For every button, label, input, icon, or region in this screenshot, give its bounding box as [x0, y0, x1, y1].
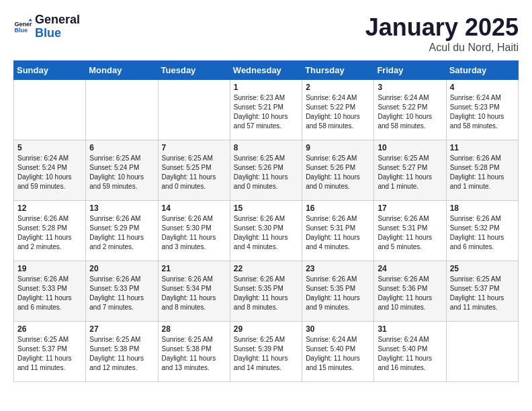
day-content-25: Sunrise: 6:25 AM Sunset: 5:37 PM Dayligh…	[450, 275, 515, 312]
week-row-4: 19Sunrise: 6:26 AM Sunset: 5:33 PM Dayli…	[14, 261, 519, 322]
day-number-16: 16	[306, 203, 370, 213]
day-cell-4: 4Sunrise: 6:24 AM Sunset: 5:23 PM Daylig…	[446, 80, 518, 140]
day-content-6: Sunrise: 6:25 AM Sunset: 5:24 PM Dayligh…	[89, 154, 154, 191]
day-number-29: 29	[234, 324, 298, 334]
header-sunday: Sunday	[14, 61, 86, 80]
day-content-28: Sunrise: 6:25 AM Sunset: 5:38 PM Dayligh…	[162, 335, 226, 373]
title-block: January 2025 Acul du Nord, Haiti	[365, 13, 519, 54]
empty-cell-0-0	[14, 80, 86, 140]
day-content-13: Sunrise: 6:26 AM Sunset: 5:29 PM Dayligh…	[89, 214, 154, 252]
week-row-5: 26Sunrise: 6:25 AM Sunset: 5:37 PM Dayli…	[14, 322, 519, 382]
day-number-21: 21	[162, 264, 226, 273]
logo-icon: General Blue	[13, 17, 32, 36]
day-cell-21: 21Sunrise: 6:26 AM Sunset: 5:34 PM Dayli…	[158, 261, 230, 322]
day-content-5: Sunrise: 6:24 AM Sunset: 5:24 PM Dayligh…	[17, 154, 82, 191]
logo-line2: Blue	[35, 27, 80, 40]
svg-text:Blue: Blue	[14, 27, 28, 34]
day-content-27: Sunrise: 6:25 AM Sunset: 5:38 PM Dayligh…	[89, 335, 154, 373]
day-content-10: Sunrise: 6:25 AM Sunset: 5:27 PM Dayligh…	[378, 154, 442, 191]
day-content-7: Sunrise: 6:25 AM Sunset: 5:25 PM Dayligh…	[162, 154, 226, 191]
day-number-13: 13	[89, 203, 154, 213]
day-number-4: 4	[450, 83, 515, 92]
day-cell-16: 16Sunrise: 6:26 AM Sunset: 5:31 PM Dayli…	[302, 201, 374, 261]
day-number-8: 8	[234, 143, 298, 152]
header-saturday: Saturday	[446, 61, 518, 80]
day-cell-31: 31Sunrise: 6:24 AM Sunset: 5:40 PM Dayli…	[374, 322, 446, 382]
day-cell-27: 27Sunrise: 6:25 AM Sunset: 5:38 PM Dayli…	[86, 322, 158, 382]
day-cell-15: 15Sunrise: 6:26 AM Sunset: 5:30 PM Dayli…	[230, 201, 302, 261]
day-number-11: 11	[450, 143, 515, 152]
calendar-table: SundayMondayTuesdayWednesdayThursdayFrid…	[13, 60, 519, 382]
empty-cell-0-1	[86, 80, 158, 140]
day-content-4: Sunrise: 6:24 AM Sunset: 5:23 PM Dayligh…	[450, 93, 515, 131]
day-number-22: 22	[234, 264, 298, 273]
calendar-subtitle: Acul du Nord, Haiti	[365, 42, 519, 54]
day-cell-29: 29Sunrise: 6:25 AM Sunset: 5:39 PM Dayli…	[230, 322, 302, 382]
day-content-17: Sunrise: 6:26 AM Sunset: 5:31 PM Dayligh…	[378, 214, 442, 252]
day-number-31: 31	[378, 324, 442, 334]
day-content-11: Sunrise: 6:26 AM Sunset: 5:28 PM Dayligh…	[450, 154, 515, 191]
empty-cell-4-6	[446, 322, 518, 382]
day-content-16: Sunrise: 6:26 AM Sunset: 5:31 PM Dayligh…	[306, 214, 370, 252]
day-cell-13: 13Sunrise: 6:26 AM Sunset: 5:29 PM Dayli…	[86, 201, 158, 261]
day-number-26: 26	[17, 324, 82, 334]
day-number-6: 6	[89, 143, 154, 152]
day-number-3: 3	[378, 83, 442, 92]
header-tuesday: Tuesday	[158, 61, 230, 80]
logo: General Blue General Blue	[13, 13, 80, 40]
header-friday: Friday	[374, 61, 446, 80]
day-number-18: 18	[450, 203, 515, 213]
svg-marker-2	[28, 18, 32, 21]
day-content-1: Sunrise: 6:23 AM Sunset: 5:21 PM Dayligh…	[234, 93, 298, 131]
day-cell-3: 3Sunrise: 6:24 AM Sunset: 5:22 PM Daylig…	[374, 80, 446, 140]
day-content-23: Sunrise: 6:26 AM Sunset: 5:35 PM Dayligh…	[306, 275, 370, 312]
day-cell-7: 7Sunrise: 6:25 AM Sunset: 5:25 PM Daylig…	[158, 140, 230, 201]
day-content-9: Sunrise: 6:25 AM Sunset: 5:26 PM Dayligh…	[306, 154, 370, 191]
day-cell-28: 28Sunrise: 6:25 AM Sunset: 5:38 PM Dayli…	[158, 322, 230, 382]
day-number-24: 24	[378, 264, 442, 273]
day-content-12: Sunrise: 6:26 AM Sunset: 5:28 PM Dayligh…	[17, 214, 82, 252]
day-cell-11: 11Sunrise: 6:26 AM Sunset: 5:28 PM Dayli…	[446, 140, 518, 201]
day-cell-30: 30Sunrise: 6:24 AM Sunset: 5:40 PM Dayli…	[302, 322, 374, 382]
day-content-3: Sunrise: 6:24 AM Sunset: 5:22 PM Dayligh…	[378, 93, 442, 131]
header-monday: Monday	[86, 61, 158, 80]
day-cell-8: 8Sunrise: 6:25 AM Sunset: 5:26 PM Daylig…	[230, 140, 302, 201]
day-number-15: 15	[234, 203, 298, 213]
day-number-5: 5	[17, 143, 82, 152]
day-number-9: 9	[306, 143, 370, 152]
day-number-19: 19	[17, 264, 82, 273]
day-cell-9: 9Sunrise: 6:25 AM Sunset: 5:26 PM Daylig…	[302, 140, 374, 201]
day-content-21: Sunrise: 6:26 AM Sunset: 5:34 PM Dayligh…	[162, 275, 226, 312]
day-content-14: Sunrise: 6:26 AM Sunset: 5:30 PM Dayligh…	[162, 214, 226, 252]
day-content-8: Sunrise: 6:25 AM Sunset: 5:26 PM Dayligh…	[234, 154, 298, 191]
day-number-17: 17	[378, 203, 442, 213]
day-number-30: 30	[306, 324, 370, 334]
day-cell-14: 14Sunrise: 6:26 AM Sunset: 5:30 PM Dayli…	[158, 201, 230, 261]
header-wednesday: Wednesday	[230, 61, 302, 80]
day-cell-18: 18Sunrise: 6:26 AM Sunset: 5:32 PM Dayli…	[446, 201, 518, 261]
day-number-10: 10	[378, 143, 442, 152]
day-cell-12: 12Sunrise: 6:26 AM Sunset: 5:28 PM Dayli…	[14, 201, 86, 261]
day-cell-2: 2Sunrise: 6:24 AM Sunset: 5:22 PM Daylig…	[302, 80, 374, 140]
logo-line1: General	[35, 13, 80, 27]
day-cell-26: 26Sunrise: 6:25 AM Sunset: 5:37 PM Dayli…	[14, 322, 86, 382]
header-thursday: Thursday	[302, 61, 374, 80]
day-content-24: Sunrise: 6:26 AM Sunset: 5:36 PM Dayligh…	[378, 275, 442, 312]
day-number-1: 1	[234, 83, 298, 92]
day-number-28: 28	[162, 324, 226, 334]
day-content-31: Sunrise: 6:24 AM Sunset: 5:40 PM Dayligh…	[378, 335, 442, 373]
empty-cell-0-2	[158, 80, 230, 140]
day-content-30: Sunrise: 6:24 AM Sunset: 5:40 PM Dayligh…	[306, 335, 370, 373]
day-cell-5: 5Sunrise: 6:24 AM Sunset: 5:24 PM Daylig…	[14, 140, 86, 201]
day-number-25: 25	[450, 264, 515, 273]
weekday-header-row: SundayMondayTuesdayWednesdayThursdayFrid…	[14, 61, 519, 80]
day-number-2: 2	[306, 83, 370, 92]
day-cell-6: 6Sunrise: 6:25 AM Sunset: 5:24 PM Daylig…	[86, 140, 158, 201]
day-content-2: Sunrise: 6:24 AM Sunset: 5:22 PM Dayligh…	[306, 93, 370, 131]
day-number-7: 7	[162, 143, 226, 152]
day-cell-19: 19Sunrise: 6:26 AM Sunset: 5:33 PM Dayli…	[14, 261, 86, 322]
day-content-26: Sunrise: 6:25 AM Sunset: 5:37 PM Dayligh…	[17, 335, 82, 373]
day-content-19: Sunrise: 6:26 AM Sunset: 5:33 PM Dayligh…	[17, 275, 82, 312]
day-number-14: 14	[162, 203, 226, 213]
day-number-12: 12	[17, 203, 82, 213]
